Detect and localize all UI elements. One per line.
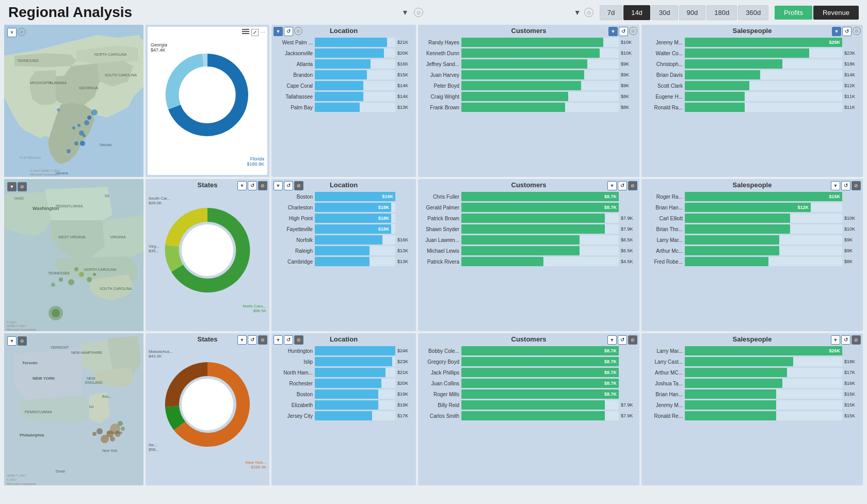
- bar-label: Huntington: [276, 348, 313, 354]
- bar-label: Palm Bay: [276, 105, 313, 110]
- time-btn-180d[interactable]: 180d: [707, 5, 737, 20]
- states-refresh-btn-2[interactable]: ↺: [248, 181, 257, 190]
- hamburger-btn-1[interactable]: [242, 29, 249, 36]
- bar-label: Raleigh: [276, 248, 313, 254]
- row-1: ▼ ⊘: [4, 25, 863, 177]
- svg-text:NORTH CAROLINA: NORTH CAROLINA: [84, 268, 117, 271]
- bar-track: [315, 48, 395, 58]
- location-refresh-btn-3[interactable]: ↺: [284, 335, 293, 345]
- bar-fill: [315, 235, 382, 245]
- top-filter-icon2[interactable]: ▼: [574, 8, 581, 17]
- salespeople-refresh-btn-1[interactable]: ↺: [842, 27, 852, 36]
- location-refresh-btn-1[interactable]: ↺: [284, 27, 293, 36]
- location-block-btn-1[interactable]: ⊘: [294, 27, 302, 35]
- bar-track: [685, 48, 842, 58]
- location-filter-btn-2[interactable]: ▼: [274, 181, 283, 190]
- map-block-btn-2[interactable]: ⊘: [18, 182, 27, 191]
- svg-marker-34: [4, 192, 51, 236]
- metric-btn-revenue[interactable]: Revenue: [813, 6, 859, 20]
- time-btn-90d[interactable]: 90d: [679, 5, 706, 20]
- states-filter-btn-3[interactable]: ▼: [237, 335, 247, 345]
- map-filter-row-1: ▼ ⊘: [7, 28, 26, 37]
- filter-icon: ▼: [611, 29, 616, 34]
- bar-value: $10K: [844, 216, 859, 221]
- bar-label: High Point: [276, 216, 313, 221]
- map-block-btn-3[interactable]: ⊘: [18, 336, 27, 346]
- svg-point-26: [57, 108, 60, 111]
- list-item: Ronald Ra...$11K: [646, 103, 859, 112]
- time-btn-14d[interactable]: 14d: [623, 5, 650, 20]
- bar-fill: [461, 81, 581, 90]
- bar-label: Peter Boyd: [422, 83, 459, 89]
- bar-track: [685, 70, 842, 79]
- salespeople-panel-2: Salespeople ▼ ↺ ⊘ Roger Ra...$15K$15KBri…: [641, 179, 863, 331]
- bar-fill: [685, 257, 768, 266]
- map-filter-btn-2[interactable]: ▼: [7, 182, 17, 191]
- customers-block-btn-2[interactable]: ⊘: [628, 181, 637, 190]
- time-btn-30d[interactable]: 30d: [651, 5, 678, 20]
- svg-point-50: [79, 272, 84, 277]
- bar-value: $6.5K: [621, 237, 635, 242]
- svg-text:MISSISSIPPI: MISSISSIPPI: [30, 81, 52, 85]
- customers-refresh-btn-1[interactable]: ↺: [619, 27, 628, 36]
- metric-btn-profits[interactable]: Profits: [775, 6, 812, 20]
- time-btn-7d[interactable]: 7d: [600, 5, 622, 20]
- salespeople-filter-btn-2[interactable]: ▼: [831, 181, 840, 190]
- bar-label: Jeremy M...: [646, 40, 683, 45]
- block-icon: ⊘: [261, 183, 265, 188]
- states-block-btn-2[interactable]: ⊘: [258, 181, 267, 190]
- svg-point-53: [74, 267, 78, 271]
- donut-label-mass: Massachus... $43.2K: [149, 349, 173, 359]
- salespeople-refresh-btn-2[interactable]: ↺: [841, 181, 850, 190]
- customers-refresh-btn-2[interactable]: ↺: [618, 181, 627, 190]
- more-btn-1[interactable]: ···: [261, 29, 265, 36]
- states-block-btn-3[interactable]: ⊘: [258, 335, 267, 345]
- map-filter-btn-3[interactable]: ▼: [7, 336, 17, 346]
- bar-label: Walter Co...: [646, 51, 683, 56]
- expand-btn-1[interactable]: ⤢: [251, 29, 259, 36]
- customers-block-btn-3[interactable]: ⊘: [628, 335, 637, 345]
- time-btn-360d[interactable]: 360d: [738, 5, 768, 20]
- bar-label: Randy Hayes: [422, 40, 459, 45]
- bar-track: $8.7K: [461, 357, 619, 366]
- customers-panel-2: Customers ▼ ↺ ⊘ Chris Fuller$8.7K$8.7KGe…: [418, 179, 639, 331]
- salespeople-block-btn-2[interactable]: ⊘: [852, 181, 861, 190]
- list-item: Brian Han...$12K$12K: [646, 203, 859, 212]
- salespeople-block-btn-3[interactable]: ⊘: [852, 335, 861, 345]
- location-block-btn-2[interactable]: ⊘: [294, 181, 303, 190]
- svg-text:WEST VIRGINIA: WEST VIRGINIA: [58, 235, 86, 239]
- states-filter-btn-2[interactable]: ▼: [237, 181, 247, 190]
- salespeople-filter-btn-1[interactable]: ▼: [832, 27, 841, 36]
- customers-bars-2: Chris Fuller$8.7K$8.7KGerald Palmer$8.7K…: [420, 191, 637, 323]
- location-header-2: ▼ ↺ ⊘ Location: [274, 181, 414, 190]
- top-block-icon2[interactable]: ⊘: [584, 8, 593, 17]
- page-title: Regional Analysis: [8, 4, 238, 21]
- donut-svg-1: [151, 38, 264, 152]
- bar-fill: [315, 368, 386, 377]
- top-block-icon[interactable]: ⊘: [414, 8, 423, 17]
- map-filter-btn-1[interactable]: ▼: [7, 28, 17, 37]
- list-item: Scott Clark$12K: [646, 81, 859, 90]
- filter-icon: ▼: [276, 183, 281, 188]
- salespeople-refresh-btn-3[interactable]: ↺: [841, 335, 850, 345]
- customers-filter-btn-2[interactable]: ▼: [607, 181, 617, 190]
- bar-fill: [685, 379, 782, 388]
- salespeople-filter-btn-3[interactable]: ▼: [831, 335, 840, 345]
- states-refresh-btn-3[interactable]: ↺: [248, 335, 257, 345]
- salespeople-block-btn-1[interactable]: ⊘: [853, 27, 861, 35]
- customers-refresh-btn-3[interactable]: ↺: [618, 335, 627, 345]
- map-block-btn-1[interactable]: ⊘: [18, 28, 26, 36]
- location-filter-btn-3[interactable]: ▼: [274, 335, 283, 345]
- customers-filter-btn-1[interactable]: ▼: [608, 27, 618, 36]
- location-refresh-btn-2[interactable]: ↺: [284, 181, 293, 190]
- bar-fill: [685, 224, 790, 234]
- bar-value-label: $8.7K: [604, 205, 617, 210]
- location-filter-btn-1[interactable]: ▼: [274, 27, 283, 36]
- top-filter-icon[interactable]: ▼: [399, 7, 411, 18]
- bar-track: $18K: [315, 214, 395, 223]
- filter-icon: ▼: [610, 337, 615, 343]
- location-block-btn-3[interactable]: ⊘: [294, 335, 303, 345]
- customers-block-btn-1[interactable]: ⊘: [629, 27, 637, 35]
- bar-fill: $26K: [685, 346, 842, 355]
- customers-filter-btn-3[interactable]: ▼: [607, 335, 617, 345]
